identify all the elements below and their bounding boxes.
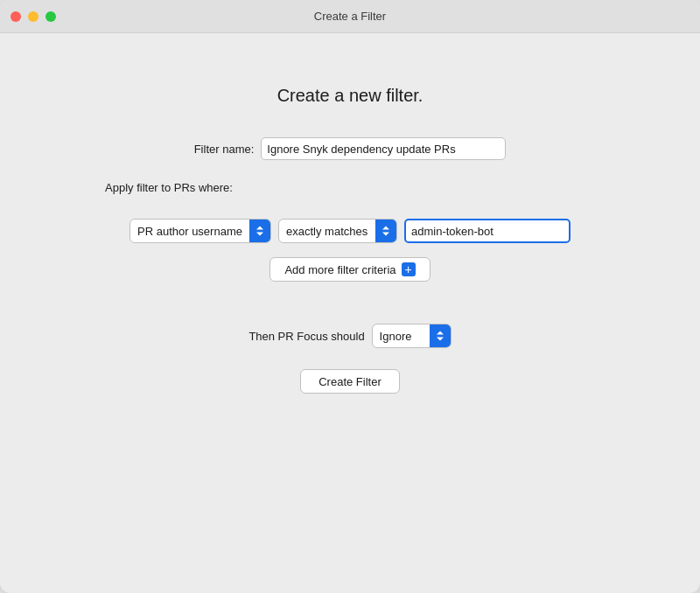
filter-name-row: Filter name: — [88, 137, 612, 160]
window: Create a Filter Create a new filter. Fil… — [0, 0, 700, 593]
operator-select[interactable]: exactly matches contains starts with end… — [278, 219, 397, 243]
field-select[interactable]: PR author username PR title PR branch na… — [130, 219, 271, 243]
filter-name-input[interactable] — [261, 137, 506, 160]
create-filter-button[interactable]: Create Filter — [300, 369, 400, 394]
titlebar-buttons — [10, 11, 56, 22]
apply-label: Apply filter to PRs where: — [105, 181, 233, 194]
criteria-row: PR author username PR title PR branch na… — [88, 219, 612, 243]
then-label: Then PR Focus should — [248, 330, 364, 343]
page-heading: Create a new filter. — [277, 86, 424, 106]
criteria-value-input[interactable] — [404, 219, 570, 243]
action-select-container: Ignore Review Approve — [372, 324, 452, 348]
add-more-criteria-button[interactable]: Add more filter criteria + — [270, 257, 430, 282]
close-button[interactable] — [10, 11, 21, 22]
titlebar: Create a Filter — [0, 0, 700, 33]
operator-select-container: exactly matches contains starts with end… — [278, 219, 397, 243]
content-area: Create a new filter. Filter name: Apply … — [0, 33, 700, 593]
add-more-label: Add more filter criteria — [284, 263, 396, 276]
field-select-container: PR author username PR title PR branch na… — [130, 219, 271, 243]
add-more-row: Add more filter criteria + — [88, 257, 612, 303]
window-title: Create a Filter — [314, 10, 386, 23]
minimize-button[interactable] — [28, 11, 38, 22]
then-row: Then PR Focus should Ignore Review Appro… — [88, 324, 612, 348]
form-section: Filter name: Apply filter to PRs where: … — [88, 137, 612, 394]
maximize-button[interactable] — [46, 11, 56, 22]
filter-name-label: Filter name: — [194, 143, 255, 156]
action-select[interactable]: Ignore Review Approve — [372, 324, 452, 348]
add-icon: + — [402, 262, 416, 276]
